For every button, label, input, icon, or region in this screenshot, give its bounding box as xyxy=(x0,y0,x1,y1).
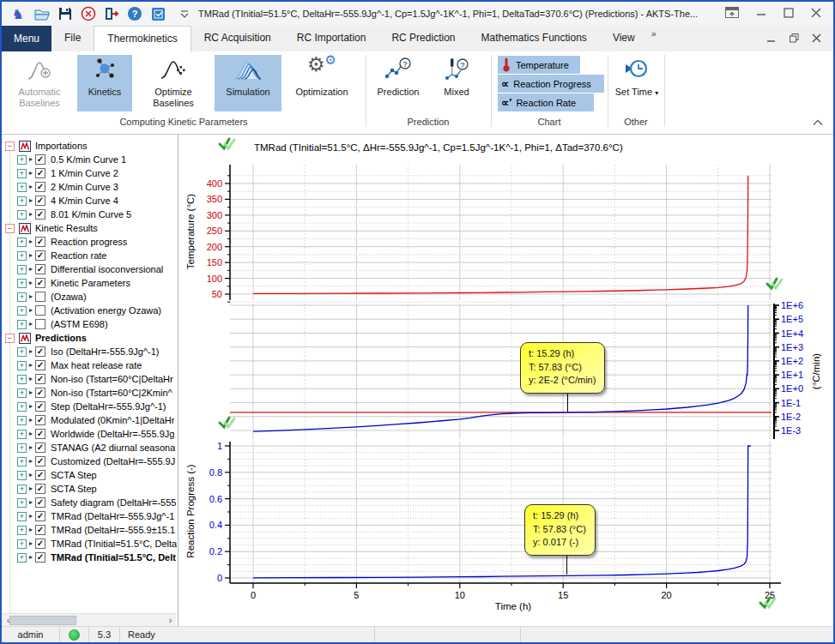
checkbox[interactable]: ✓ xyxy=(35,484,45,494)
exit-icon[interactable] xyxy=(101,3,122,24)
tab-rc-importation[interactable]: RC Importation xyxy=(284,26,379,51)
tree-item[interactable]: +▸✓0.5 K/min Curve 1 xyxy=(2,153,178,166)
expand-box-icon[interactable]: + xyxy=(17,238,27,247)
checkbox[interactable]: ✓ xyxy=(35,278,45,288)
mdi-restore-icon[interactable] xyxy=(790,31,799,46)
expand-box-icon[interactable]: + xyxy=(17,471,27,480)
prediction-button[interactable]: ? Prediction xyxy=(372,55,424,111)
expand-box-icon[interactable]: + xyxy=(17,457,27,466)
expand-box-icon[interactable]: + xyxy=(17,512,27,521)
expand-box-icon[interactable]: + xyxy=(17,306,27,316)
expand-box-icon[interactable]: + xyxy=(17,155,27,165)
checkbox[interactable] xyxy=(35,319,45,329)
checkbox[interactable]: ✓ xyxy=(35,511,45,521)
simulation-button[interactable]: Simulation xyxy=(215,55,281,111)
expand-box-icon[interactable]: + xyxy=(17,430,27,439)
tree-item[interactable]: +▸✓SCTA Step xyxy=(2,468,178,482)
checkbox[interactable]: ✓ xyxy=(35,346,45,357)
collapse-box-icon[interactable]: − xyxy=(5,141,15,151)
checkbox[interactable]: ✓ xyxy=(35,552,45,563)
tree-item[interactable]: −Importations xyxy=(2,139,178,153)
expand-box-icon[interactable]: + xyxy=(17,498,27,508)
checkbox[interactable]: ✓ xyxy=(35,209,45,220)
tree-item[interactable]: +▸✓Differential isoconversional xyxy=(2,262,178,276)
tree-item[interactable]: +▸✓Non-iso (Tstart=60°C|2Kmin^ xyxy=(2,386,178,400)
checkbox[interactable]: ✓ xyxy=(35,442,45,453)
tree-item[interactable]: +▸(Activation energy Ozawa) xyxy=(2,304,178,317)
checkbox[interactable]: ✓ xyxy=(35,401,45,412)
set-time-button[interactable]: Set Time ▾ xyxy=(613,55,661,111)
tree-item[interactable]: +▸✓TMRad (DeltaHr=-555.9Jg^-1 xyxy=(2,509,178,523)
expand-box-icon[interactable]: + xyxy=(17,526,27,535)
tree-item[interactable]: −Predictions xyxy=(2,331,178,345)
expand-box-icon[interactable]: + xyxy=(17,402,27,412)
menu-overflow-icon[interactable]: » xyxy=(651,28,657,39)
tree-item[interactable]: +▸✓Worldwide (DeltaHr=-555.9Jg xyxy=(2,427,178,441)
open-icon[interactable] xyxy=(32,3,52,24)
abort-icon[interactable] xyxy=(78,3,99,24)
tree-item[interactable]: +▸✓Customized (DeltaHr=-555.9J xyxy=(2,454,178,468)
expand-box-icon[interactable]: + xyxy=(17,539,27,549)
tree-item[interactable]: +▸✓SCTA Step xyxy=(2,482,178,496)
expand-box-icon[interactable]: + xyxy=(17,265,27,274)
close-icon[interactable] xyxy=(811,6,821,21)
mdi-minimize-icon[interactable] xyxy=(767,31,776,46)
checkbox[interactable]: ✓ xyxy=(35,154,45,165)
tree-item[interactable]: +▸✓TMRad (DeltaHr=-555.9±15.1 xyxy=(2,523,178,537)
mixed-button[interactable]: ? Mixed xyxy=(431,55,482,111)
checkbox[interactable]: ✓ xyxy=(35,497,45,508)
tab-view[interactable]: View xyxy=(600,26,648,51)
expand-box-icon[interactable]: + xyxy=(17,416,27,425)
temperature-toggle[interactable]: Temperature xyxy=(498,56,580,74)
expand-box-icon[interactable]: + xyxy=(17,485,27,494)
checkbox[interactable] xyxy=(35,292,45,302)
expand-box-icon[interactable]: + xyxy=(17,361,27,370)
save-icon[interactable] xyxy=(55,3,76,24)
expand-box-icon[interactable]: + xyxy=(17,375,27,384)
expand-box-icon[interactable]: + xyxy=(17,196,27,206)
tree-item[interactable]: +▸✓4 K/min Curve 4 xyxy=(2,194,178,208)
quick-access-arrow-icon[interactable] xyxy=(178,3,191,24)
tree-item[interactable]: +▸(ASTM E698) xyxy=(2,317,178,331)
collapse-panel-icon[interactable] xyxy=(725,6,739,21)
reaction-rate-toggle[interactable]: ∝′ Reaction Rate xyxy=(498,93,594,111)
checkbox[interactable]: ✓ xyxy=(35,539,45,549)
tree-item[interactable]: +▸✓Reaction rate xyxy=(2,249,178,262)
expand-box-icon[interactable]: + xyxy=(17,183,27,192)
kinetics-button[interactable]: Kinetics xyxy=(77,55,132,111)
collapse-box-icon[interactable]: − xyxy=(5,334,15,343)
tree-item[interactable]: +▸✓8.01 K/min Curve 5 xyxy=(2,208,178,221)
tree-item[interactable]: +▸✓Kinetic Parameters xyxy=(2,276,178,290)
tree-item[interactable]: −Kinetic Results xyxy=(2,221,178,235)
expand-box-icon[interactable]: + xyxy=(17,320,27,329)
reaction-progress-toggle[interactable]: ∝ Reaction Progress xyxy=(498,75,604,93)
checkbox[interactable]: ✓ xyxy=(35,264,45,274)
checkbox[interactable]: ✓ xyxy=(35,237,45,247)
checkbox[interactable]: ✓ xyxy=(35,360,45,370)
tree-item[interactable]: +▸✓Modulated (0Kmin^-1|DeltaHr xyxy=(2,413,178,427)
optimization-button[interactable]: ⚙⚙ Optimization xyxy=(285,55,359,111)
scroll-right-icon[interactable]: › xyxy=(164,614,177,627)
checkbox[interactable]: ✓ xyxy=(35,388,45,398)
checkbox[interactable]: ✓ xyxy=(35,429,45,439)
tab-file[interactable]: File xyxy=(51,26,94,51)
tree-item[interactable]: +▸✓1 K/min Curve 2 xyxy=(2,166,178,180)
minimize-icon[interactable] xyxy=(756,6,766,21)
tree-item[interactable]: +▸✓Step (DeltaHr=-555.9Jg^-1) xyxy=(2,400,178,413)
menu-button[interactable]: Menu xyxy=(2,26,51,51)
checkbox[interactable]: ✓ xyxy=(35,415,45,425)
tree-item[interactable]: +▸✓Reaction progress xyxy=(2,235,178,249)
tree-item[interactable]: +▸✓Safety diagram (DeltaHr=-555 xyxy=(2,496,178,509)
optimize-baselines-button[interactable]: Optimize Baselines xyxy=(137,55,209,111)
expand-box-icon[interactable]: + xyxy=(17,251,27,261)
checkbox[interactable]: ✓ xyxy=(35,196,45,206)
tab-mathematics-functions[interactable]: Mathematics Functions xyxy=(468,26,599,51)
ribbon-collapse-icon[interactable] xyxy=(813,114,823,129)
checkbox[interactable]: ✓ xyxy=(35,525,45,535)
tree-item[interactable]: +▸✓Non-iso (Tstart=60°C|DeltaHr xyxy=(2,372,178,386)
maximize-icon[interactable] xyxy=(784,6,794,21)
expand-box-icon[interactable]: + xyxy=(17,169,27,178)
expand-box-icon[interactable]: + xyxy=(17,279,27,288)
tab-rc-acquisition[interactable]: RC Acquisition xyxy=(191,26,284,51)
tree-item[interactable]: +▸✓2 K/min Curve 3 xyxy=(2,180,178,194)
